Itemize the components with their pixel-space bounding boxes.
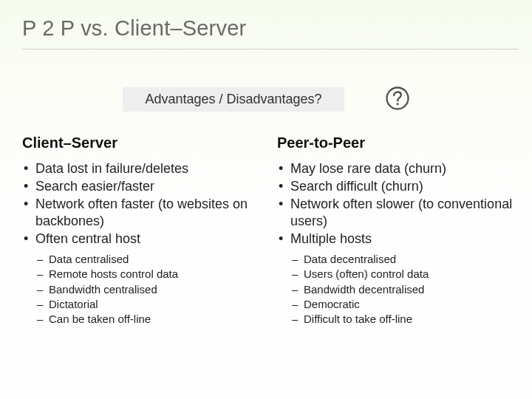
bullet-list-left: Data lost in failure/deletes Search easi… bbox=[22, 160, 259, 248]
sub-bullet-list-left: Data centralised Remote hosts control da… bbox=[22, 252, 259, 326]
list-item: Democratic bbox=[292, 297, 514, 311]
svg-point-0 bbox=[387, 88, 409, 109]
question-text: Advantages / Disadvantages? bbox=[145, 92, 321, 107]
help-icon bbox=[385, 86, 410, 111]
column-client-server: Client–Server Data lost in failure/delet… bbox=[22, 134, 259, 327]
list-item: Data centralised bbox=[37, 252, 259, 266]
list-item: Network often slower (to conventional us… bbox=[277, 196, 514, 230]
list-item: Bandwidth decentralised bbox=[292, 282, 514, 296]
slide-title: P 2 P vs. Client–Server bbox=[22, 16, 246, 41]
list-item: Search easier/faster bbox=[22, 178, 259, 195]
column-heading-left: Client–Server bbox=[22, 134, 259, 151]
list-item: Data decentralised bbox=[292, 252, 514, 266]
list-item: Search difficult (churn) bbox=[277, 178, 514, 195]
list-item: Often central host bbox=[22, 231, 259, 248]
sub-bullet-list-right: Data decentralised Users (often) control… bbox=[277, 252, 514, 326]
columns-container: Client–Server Data lost in failure/delet… bbox=[22, 134, 514, 327]
list-item: Multiple hosts bbox=[277, 231, 514, 248]
column-heading-right: Peer-to-Peer bbox=[277, 134, 514, 151]
list-item: Bandwidth centralised bbox=[37, 282, 259, 296]
horizontal-rule bbox=[22, 49, 519, 50]
list-item: Users (often) control data bbox=[292, 267, 514, 281]
list-item: Data lost in failure/deletes bbox=[22, 160, 259, 177]
bullet-list-right: May lose rare data (churn) Search diffic… bbox=[277, 160, 514, 248]
column-peer-to-peer: Peer-to-Peer May lose rare data (churn) … bbox=[277, 134, 514, 327]
list-item: Can be taken off-line bbox=[37, 312, 259, 326]
list-item: Dictatorial bbox=[37, 297, 259, 311]
list-item: Network often faster (to websites on bac… bbox=[22, 196, 259, 230]
svg-point-1 bbox=[397, 103, 399, 105]
list-item: Difficult to take off-line bbox=[292, 312, 514, 326]
question-banner: Advantages / Disadvantages? bbox=[123, 87, 344, 112]
list-item: May lose rare data (churn) bbox=[277, 160, 514, 177]
list-item: Remote hosts control data bbox=[37, 267, 259, 281]
